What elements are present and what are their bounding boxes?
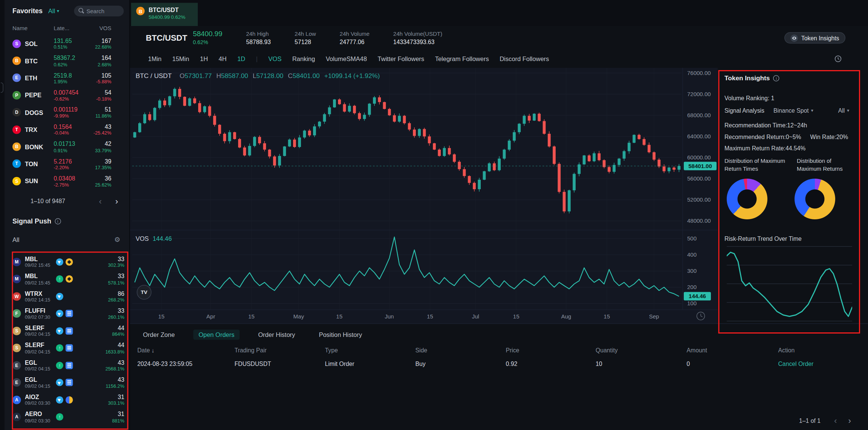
prev-page-icon[interactable]: ‹ bbox=[99, 196, 102, 205]
orders-tab-order-history[interactable]: Order History bbox=[253, 330, 300, 340]
coin-vos: 105 bbox=[101, 72, 111, 79]
coin-logo-icon: W bbox=[12, 292, 21, 301]
favorites-filter-dropdown[interactable]: All▾ bbox=[48, 8, 59, 14]
order-row: 2024-08-23 23:59:05 FDUSDUSDT Limit Orde… bbox=[130, 360, 868, 367]
tradingview-logo[interactable]: TV bbox=[137, 285, 151, 300]
orders-tab-position-history[interactable]: Position History bbox=[314, 330, 367, 340]
price-chart[interactable]: 76000.0072000.0068000.0064000.0060000.00… bbox=[130, 68, 718, 323]
sidebar: Favorites All▾ Name Late... VOS S SOL 13… bbox=[5, 0, 130, 430]
signal-row-SLERF[interactable]: S SLERF09/02 04:15 44864% bbox=[5, 322, 130, 340]
favorites-row-BONK[interactable]: B BONK 0.017130.91% 4233.79% bbox=[5, 138, 130, 156]
search-input[interactable] bbox=[87, 8, 119, 14]
coin-price-block: 58367.20.62% bbox=[54, 54, 89, 67]
signal-row-MBL[interactable]: M MBL09/02 15:45 33578.1% bbox=[5, 271, 130, 288]
coin-vos: 51 bbox=[105, 106, 112, 113]
toolbar-item-1min[interactable]: 1Min bbox=[148, 55, 162, 62]
svg-text:Apr: Apr bbox=[206, 313, 215, 320]
donut-title-return-times: Distribution of Maximum Return Times bbox=[724, 157, 789, 173]
signal-row-FLUFFI[interactable]: F FLUFFI09/02 07:30 33260.1% bbox=[5, 305, 130, 322]
coin-logo-icon: T bbox=[12, 160, 21, 168]
signal-symbol: AIOZ bbox=[25, 393, 56, 401]
signal-score: 31 bbox=[118, 393, 124, 401]
toolbar-item-twitter-followers[interactable]: Twitter Followers bbox=[377, 55, 424, 62]
orders-column-date[interactable]: Date ↓ bbox=[138, 347, 235, 353]
signal-row-EGL[interactable]: E EGL09/02 04:15 431156.2% bbox=[5, 374, 130, 391]
toolbar-item-volumesma48[interactable]: VolumeSMA48 bbox=[326, 55, 367, 62]
signal-row-AIOZ[interactable]: A AIOZ09/02 03:30 31303.1% bbox=[5, 391, 130, 409]
favorites-row-PEPE[interactable]: P PEPE 0.007454-0.62% 54-0.18% bbox=[5, 87, 130, 104]
toolbar-item-vos[interactable]: VOS bbox=[268, 55, 281, 62]
coin-price: 131.65 bbox=[54, 37, 89, 44]
signal-filter-label[interactable]: All bbox=[12, 236, 19, 243]
search-box[interactable] bbox=[74, 5, 124, 16]
column-latest[interactable]: Late... bbox=[54, 25, 89, 31]
favorites-row-BTC[interactable]: B BTC 58367.20.62% 1642.68% bbox=[5, 52, 130, 70]
order-price: 0.92 bbox=[506, 360, 596, 367]
signal-return: 2568.1% bbox=[105, 366, 124, 372]
signal-return: 302.3% bbox=[108, 263, 124, 268]
coin-change: -2.75% bbox=[54, 182, 89, 187]
sort-desc-icon[interactable]: ↓ bbox=[151, 347, 154, 353]
favorites-row-DOGS[interactable]: D DOGS 0.001119-9.99% 5111.86% bbox=[5, 104, 130, 121]
token-insights-button[interactable]: Token Insights bbox=[784, 32, 845, 44]
coin-logo-icon: S bbox=[12, 344, 21, 352]
stat-24h-volume: 24h Volume24777.06 bbox=[340, 30, 370, 46]
stat-value: 57128 bbox=[295, 38, 316, 46]
history-clock-icon[interactable] bbox=[834, 55, 842, 63]
signal-row-AERO[interactable]: A AERO09/02 03:30 31881% bbox=[5, 409, 130, 426]
column-vos[interactable]: VOS bbox=[89, 25, 112, 31]
coin-price-block: 0.001119-9.99% bbox=[54, 106, 89, 119]
signal-score: 43 bbox=[118, 376, 124, 383]
coin-price: 0.001119 bbox=[54, 106, 89, 113]
scope-dropdown[interactable]: All▾ bbox=[838, 107, 850, 114]
donut-chart-max-returns bbox=[795, 179, 835, 219]
orders-tab-order-zone[interactable]: Order Zone bbox=[138, 330, 180, 340]
toolbar-item-discord-followers[interactable]: Discord Followers bbox=[500, 55, 549, 62]
stat-value: 58788.93 bbox=[246, 38, 271, 46]
stat-label: 24h High bbox=[246, 30, 271, 38]
last-price: 58400.99 bbox=[193, 30, 222, 39]
orders-column-trading-pair: Trading Pair bbox=[235, 347, 325, 353]
toolbar-item-4h[interactable]: 4H bbox=[219, 55, 226, 62]
toolbar-item-1h[interactable]: 1H bbox=[200, 55, 208, 62]
orders-pagination: 1–1 of 1 ‹ › bbox=[799, 416, 851, 425]
sidebar-collapse-handle[interactable] bbox=[1, 83, 4, 93]
favorites-row-ETH[interactable]: E ETH 2519.81.95% 105-5.88% bbox=[5, 69, 130, 87]
pair-tab-btcusdt[interactable]: B BTC/USDT 58400.990.62% bbox=[131, 3, 198, 26]
coin-price: 5.2176 bbox=[54, 158, 89, 165]
price-change: 0.62% bbox=[193, 39, 222, 46]
orders-tab-open-orders[interactable]: Open Orders bbox=[193, 330, 239, 340]
favorites-row-TON[interactable]: T TON 5.2176-2.20% 3917.35% bbox=[5, 155, 130, 173]
signal-score: 44 bbox=[118, 342, 124, 349]
coin-change: 1.95% bbox=[54, 79, 89, 84]
info-icon[interactable]: i bbox=[55, 218, 61, 224]
chevron-down-icon: ▾ bbox=[811, 108, 813, 113]
cancel-order-link[interactable]: Cancel Order bbox=[778, 360, 868, 367]
orders-next-icon[interactable]: › bbox=[848, 416, 851, 425]
svg-text:60000.00: 60000.00 bbox=[687, 154, 711, 161]
next-page-icon[interactable]: › bbox=[115, 196, 118, 205]
toolbar-item-telegram-followers[interactable]: Telegram Followers bbox=[435, 55, 489, 62]
toolbar-item-15min[interactable]: 15Min bbox=[172, 55, 189, 62]
coin-logo-icon: S bbox=[12, 40, 21, 48]
instrument-header: BTC/USDT 58400.99 0.62% 24h High58788.93… bbox=[130, 26, 868, 50]
favorites-row-SUN[interactable]: S SUN 0.03408-2.75% 3625.62% bbox=[5, 173, 130, 190]
signal-row-SLERF[interactable]: S SLERF09/02 04:15 441633.8% bbox=[5, 340, 130, 357]
favorites-row-TRX[interactable]: T TRX 0.1564-0.04% 43-25.42% bbox=[5, 121, 130, 138]
exchange-dropdown[interactable]: Binance Spot▾ bbox=[773, 107, 813, 114]
signal-row-EGL[interactable]: E EGL09/02 04:15 432568.1% bbox=[5, 357, 130, 374]
signal-row-WTRX[interactable]: W WTRX09/02 14:15 86268.2% bbox=[5, 288, 130, 305]
info-icon[interactable]: i bbox=[773, 75, 779, 81]
toolbar-item-ranking[interactable]: Ranking bbox=[292, 55, 315, 62]
signal-score: 31 bbox=[118, 411, 124, 418]
coin-logo-icon: M bbox=[12, 275, 21, 283]
chart-toolbar: 1Min15Min1H4H1D|VOSRankingVolumeSMA48Twi… bbox=[130, 50, 868, 68]
orders-column-quantity: Quantity bbox=[596, 347, 687, 353]
orders-prev-icon[interactable]: ‹ bbox=[834, 416, 837, 425]
toolbar-item-1d[interactable]: 1D bbox=[237, 55, 245, 62]
favorites-row-SOL[interactable]: S SOL 131.650.51% 16722.68% bbox=[5, 35, 130, 52]
signal-row-MBL[interactable]: M MBL09/02 15:45 33302.3% bbox=[5, 253, 130, 271]
column-name[interactable]: Name bbox=[12, 25, 54, 31]
coin-vos-block: 5111.86% bbox=[89, 106, 112, 119]
gear-icon[interactable]: ⚙ bbox=[114, 236, 120, 244]
